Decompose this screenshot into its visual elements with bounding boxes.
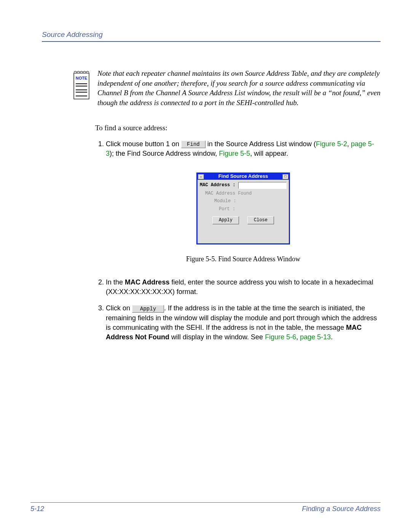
step1-pre: Click mouse button 1 on [106,140,181,148]
header-rule [42,41,381,42]
step1-post1: in the Source Address List window ( [207,140,316,148]
close-button[interactable]: Close [247,216,274,224]
page-footer: 5-12 Finding a Source Address [30,502,381,513]
xref-figure-5-6[interactable]: Figure 5-6 [265,333,296,341]
content-area: NOTE Note that each repeater channel mai… [72,69,381,342]
step1-post3: , will appear. [250,150,288,157]
step3-post2: will display in the window. See [169,333,265,341]
step-3: Click on Apply. If the address is in the… [106,304,381,342]
footer-topic: Finding a Source Address [302,505,381,513]
system-menu-icon[interactable]: - [198,174,204,179]
document-page: Source Addressing NOTE Note that each re… [0,0,411,532]
step-list: Click mouse button 1 on Find in the Sour… [95,139,381,342]
step3-sep: , [296,333,300,341]
dialog-title-text: Find Source Address [218,173,268,180]
mac-address-label: MAC Address : [200,182,238,189]
step3-pre: Click on [106,304,132,312]
port-label: Port : [219,206,235,212]
xref-page-5-13[interactable]: page 5-13 [300,333,331,341]
note-block: NOTE Note that each repeater channel mai… [72,69,381,108]
module-label: Module : [214,198,236,204]
step-1: Click mouse button 1 on Find in the Sour… [106,139,381,264]
page-number: 5-12 [30,505,44,513]
find-source-address-window: - Find Source Address □ MAC Address : MA… [196,173,290,244]
apply-inline-button[interactable]: Apply [132,305,164,313]
figure-5-5: - Find Source Address □ MAC Address : MA… [106,173,381,264]
step2-bold: MAC Address [125,278,169,286]
step3-post3: . [331,333,333,341]
intro-text: To find a source address: [95,123,381,133]
section-title: Source Addressing [42,30,381,41]
mac-address-field[interactable] [238,182,287,189]
svg-text:NOTE: NOTE [76,76,88,80]
find-button[interactable]: Find [181,141,206,148]
figure-caption: Figure 5-5. Find Source Address Window [186,254,300,264]
mac-found-label: MAC Address Found [205,190,252,197]
note-text: Note that each repeater channel maintain… [97,69,381,108]
dialog-titlebar: - Find Source Address □ [198,174,289,180]
apply-button[interactable]: Apply [212,216,239,224]
resize-icon[interactable]: □ [282,174,288,179]
dialog-body: MAC Address : MAC Address Found Module :… [198,180,289,225]
step2-pre: In the [106,278,125,286]
note-icon: NOTE [72,69,91,100]
running-header: Source Addressing [42,30,381,42]
step1-post2: ); the Find Source Address window, [110,150,219,157]
xref-figure-5-2[interactable]: Figure 5-2 [316,140,347,148]
step1-sep: , [347,140,351,148]
xref-figure-5-5[interactable]: Figure 5-5 [219,150,250,157]
step-2: In the MAC Address field, enter the sour… [106,278,381,297]
